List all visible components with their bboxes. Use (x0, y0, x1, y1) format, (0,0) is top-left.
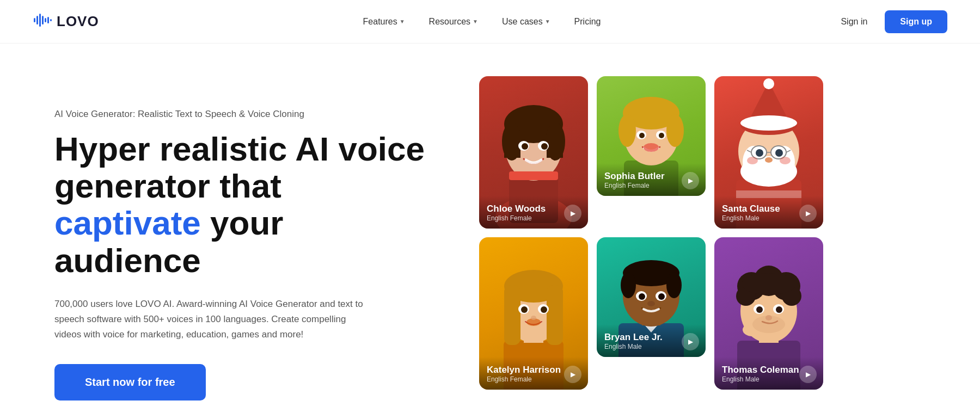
voice-card-bryan[interactable]: Bryan Lee Jr. English Male ▶ (597, 237, 706, 357)
hero-title-highlight: captivate (54, 204, 201, 242)
svg-point-45 (756, 149, 763, 157)
svg-point-74 (639, 293, 645, 300)
bryan-play-button[interactable]: ▶ (682, 333, 699, 350)
hero-description: 700,000 users love LOVO AI. Award-winnin… (54, 297, 370, 342)
svg-rect-1 (36, 16, 38, 24)
nav-links: Features ▼ Resources ▼ Use cases ▼ Prici… (132, 13, 832, 31)
nav-actions: Sign in Sign up (832, 10, 947, 33)
voice-card-chloe[interactable]: Chloe Woods English Female ▶ (479, 76, 588, 229)
chevron-down-icon: ▼ (473, 19, 478, 24)
svg-point-88 (756, 306, 763, 313)
logo-icon (33, 10, 52, 33)
svg-point-64 (531, 316, 536, 320)
svg-point-46 (775, 149, 783, 157)
voice-card-thomas[interactable]: Thomas Coleman English Male ▶ (714, 237, 823, 390)
sophia-play-button[interactable]: ▶ (682, 172, 699, 189)
svg-rect-14 (504, 131, 520, 158)
svg-rect-15 (547, 131, 563, 158)
nav-use-cases[interactable]: Use cases ▼ (492, 13, 560, 31)
svg-point-29 (639, 133, 645, 138)
svg-rect-20 (509, 171, 558, 180)
voice-grid: Chloe Woods English Female ▶ (479, 76, 947, 390)
hero-title-part1: Hyper realistic AI voice generator that (54, 130, 425, 205)
svg-point-85 (742, 273, 796, 295)
svg-rect-57 (504, 285, 520, 345)
svg-rect-3 (42, 16, 44, 24)
svg-rect-6 (50, 19, 52, 21)
svg-point-89 (776, 306, 782, 313)
svg-point-92 (765, 315, 772, 321)
svg-point-76 (647, 301, 655, 306)
svg-rect-4 (45, 18, 46, 22)
svg-point-19 (541, 143, 548, 150)
nav-pricing[interactable]: Pricing (565, 13, 611, 31)
signup-button[interactable]: Sign up (885, 10, 947, 33)
svg-point-71 (666, 272, 682, 298)
svg-point-18 (522, 143, 528, 150)
voice-grid-container: Chloe Woods English Female ▶ (436, 76, 947, 390)
svg-point-61 (521, 306, 528, 313)
nav-resources[interactable]: Resources ▼ (419, 13, 488, 31)
svg-rect-0 (34, 18, 35, 22)
chloe-play-button[interactable]: ▶ (564, 205, 581, 222)
svg-point-75 (658, 293, 665, 300)
signin-button[interactable]: Sign in (832, 13, 876, 31)
hero-content: AI Voice Generator: Realistic Text to Sp… (54, 76, 436, 400)
thomas-play-button[interactable]: ▶ (799, 366, 817, 383)
svg-point-26 (666, 114, 684, 147)
svg-point-52 (765, 157, 773, 163)
voice-card-katelyn[interactable]: Katelyn Harrison English Female ▶ (479, 237, 588, 390)
katelyn-play-button[interactable]: ▶ (564, 366, 581, 383)
chevron-down-icon: ▼ (400, 19, 405, 24)
nav-features[interactable]: Features ▼ (353, 13, 415, 31)
svg-rect-58 (547, 285, 563, 345)
logo[interactable]: LOVO (33, 10, 99, 33)
voice-card-santa[interactable]: Santa Clause English Male ▶ (714, 76, 823, 229)
svg-point-30 (659, 133, 664, 138)
svg-point-51 (780, 157, 791, 164)
voice-card-sophia[interactable]: Sophia Butler English Female ▶ (597, 76, 706, 196)
svg-point-62 (541, 306, 547, 313)
svg-rect-2 (39, 14, 41, 27)
chevron-down-icon: ▼ (545, 19, 550, 24)
santa-play-button[interactable]: ▶ (799, 205, 817, 222)
svg-point-41 (740, 115, 797, 131)
svg-point-25 (618, 114, 636, 147)
hero-subtitle: AI Voice Generator: Realistic Text to Sp… (54, 109, 436, 120)
hero-section: AI Voice Generator: Realistic Text to Sp… (0, 44, 980, 419)
logo-text: LOVO (57, 13, 99, 30)
svg-point-70 (621, 272, 636, 298)
svg-rect-5 (47, 17, 49, 23)
start-free-button[interactable]: Start now for free (54, 364, 206, 400)
navbar: LOVO Features ▼ Resources ▼ Use cases ▼ … (0, 0, 980, 44)
hero-title: Hyper realistic AI voice generator that … (54, 131, 436, 279)
svg-point-31 (644, 143, 659, 152)
svg-point-50 (747, 157, 758, 164)
svg-point-42 (763, 78, 774, 89)
